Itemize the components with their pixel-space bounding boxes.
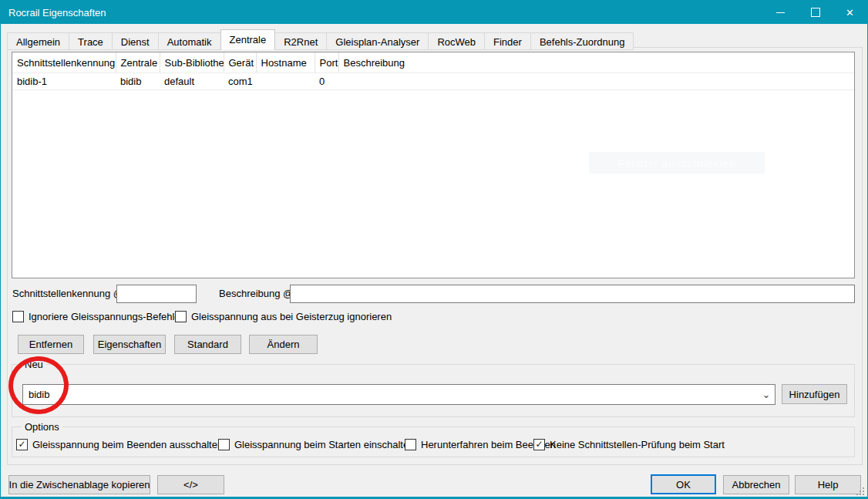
checkbox-power-on-at-start[interactable]: Gleisspannung beim Starten einschalten bbox=[218, 439, 414, 450]
chevron-down-icon: ⌄ bbox=[758, 391, 775, 399]
cell-beschreibung bbox=[338, 73, 854, 90]
minimize-button[interactable] bbox=[763, 1, 798, 24]
col-schnittstellenkennung[interactable]: Schnittstellenkennung bbox=[12, 52, 116, 73]
properties-button[interactable]: Eigenschaften bbox=[93, 335, 166, 354]
checkbox-icon bbox=[218, 439, 230, 450]
col-beschreibung[interactable]: Beschreibung bbox=[338, 52, 854, 73]
neu-group-legend: Neu bbox=[22, 358, 46, 371]
col-hostname[interactable]: Hostname bbox=[256, 52, 315, 73]
checkbox-icon bbox=[16, 439, 28, 450]
cell-sublib: default bbox=[160, 73, 224, 90]
checkbox-ignore-track-power-commands[interactable]: Ignoriere Gleisspannungs-Befehle bbox=[12, 311, 180, 322]
copy-to-clipboard-button[interactable]: In die Zwischenablage kopieren bbox=[8, 475, 150, 494]
cell-hostname bbox=[256, 73, 315, 90]
maximize-icon bbox=[811, 8, 820, 17]
cell-zentrale: bidib bbox=[116, 73, 160, 90]
tab-allgemein[interactable]: Allgemein bbox=[7, 32, 69, 50]
rocrail-properties-dialog: Rocrail Eigenschaften ✕ Allgemein Trace … bbox=[0, 0, 868, 499]
change-button[interactable]: Ändern bbox=[249, 335, 318, 354]
tab-gleisplan-analyser[interactable]: Gleisplan-Analyser bbox=[326, 32, 429, 50]
checkbox-label: Gleisspannung aus bei Geisterzug ignorie… bbox=[191, 311, 392, 322]
cancel-button[interactable]: Abbrechen bbox=[723, 475, 789, 494]
interface-list[interactable]: Schnittstellenkennung Zentrale Sub-Bibli… bbox=[12, 52, 855, 278]
window-bottom-border bbox=[1, 497, 867, 498]
tab-rocweb[interactable]: RocWeb bbox=[428, 32, 485, 50]
close-button[interactable]: ✕ bbox=[833, 1, 867, 24]
maximize-button[interactable] bbox=[798, 1, 833, 24]
col-geraet[interactable]: Gerät bbox=[224, 52, 256, 73]
help-button[interactable]: Help bbox=[795, 475, 861, 494]
checkbox-label: Keine Schnittstellen-Prüfung beim Start bbox=[550, 439, 725, 450]
tab-befehls-zuordnung[interactable]: Befehls-Zuordnung bbox=[530, 32, 634, 50]
new-interface-combobox[interactable]: bidib ⌄ bbox=[22, 384, 775, 405]
tab-zentrale[interactable]: Zentrale bbox=[220, 29, 276, 50]
cell-port: 0 bbox=[315, 73, 338, 90]
tab-finder[interactable]: Finder bbox=[484, 32, 531, 50]
options-group-legend: Options bbox=[22, 420, 62, 433]
window-controls: ✕ bbox=[763, 1, 867, 24]
tab-automatik[interactable]: Automatik bbox=[158, 32, 221, 50]
table-header-row: Schnittstellenkennung Zentrale Sub-Bibli… bbox=[12, 52, 854, 73]
add-button[interactable]: Hinzufügen bbox=[782, 384, 847, 404]
combobox-value: bidib bbox=[23, 389, 758, 400]
checkbox-power-off-on-exit[interactable]: Gleisspannung beim Beenden ausschalten bbox=[16, 439, 223, 450]
tab-dienst[interactable]: Dienst bbox=[112, 32, 159, 50]
standard-button[interactable]: Standard bbox=[174, 335, 241, 354]
checkbox-icon bbox=[12, 311, 24, 322]
minimize-icon bbox=[776, 12, 785, 13]
col-sub-bibliothek[interactable]: Sub-Bibliothek bbox=[160, 52, 224, 73]
table-row[interactable]: bidib-1 bidib default com1 0 bbox=[12, 73, 854, 90]
ok-button[interactable]: OK bbox=[651, 474, 716, 494]
checkbox-label: Gleisspannung beim Beenden ausschalten bbox=[32, 439, 223, 450]
checkbox-label: Ignoriere Gleisspannungs-Befehle bbox=[29, 311, 180, 322]
checkbox-icon bbox=[175, 311, 187, 322]
interface-table: Schnittstellenkennung Zentrale Sub-Bibli… bbox=[12, 52, 854, 90]
screenshot-tool-ghost-text: Fenster ausschneiden bbox=[589, 152, 765, 174]
checkbox-label: Gleisspannung beim Starten einschalten bbox=[234, 439, 414, 450]
checkbox-ignore-power-off-ghost-train[interactable]: Gleisspannung aus bei Geisterzug ignorie… bbox=[175, 311, 392, 322]
cell-geraet: com1 bbox=[224, 73, 256, 90]
close-icon: ✕ bbox=[846, 7, 854, 19]
checkbox-icon bbox=[405, 439, 416, 450]
checkbox-icon bbox=[533, 439, 545, 450]
description-input[interactable] bbox=[290, 285, 855, 303]
col-port[interactable]: Port bbox=[315, 52, 338, 73]
tab-bar: Allgemein Trace Dienst Automatik Zentral… bbox=[7, 29, 633, 50]
tab-r2rnet[interactable]: R2Rnet bbox=[274, 32, 327, 50]
col-zentrale[interactable]: Zentrale bbox=[116, 52, 160, 73]
remove-button[interactable]: Entfernen bbox=[18, 335, 84, 354]
title-bar[interactable]: Rocrail Eigenschaften ✕ bbox=[1, 1, 867, 24]
resize-grip[interactable] bbox=[855, 486, 864, 495]
window-title: Rocrail Eigenschaften bbox=[1, 7, 106, 19]
interface-id-input[interactable] bbox=[116, 285, 197, 303]
description-label: Beschreibung @ bbox=[219, 285, 293, 303]
tab-trace[interactable]: Trace bbox=[69, 32, 113, 50]
cell-id: bidib-1 bbox=[12, 73, 116, 90]
xml-code-button[interactable]: </> bbox=[157, 475, 224, 494]
interface-id-label: Schnittstellenkennung @ bbox=[12, 285, 123, 303]
checkbox-no-interface-check-at-start[interactable]: Keine Schnittstellen-Prüfung beim Start bbox=[533, 439, 725, 450]
